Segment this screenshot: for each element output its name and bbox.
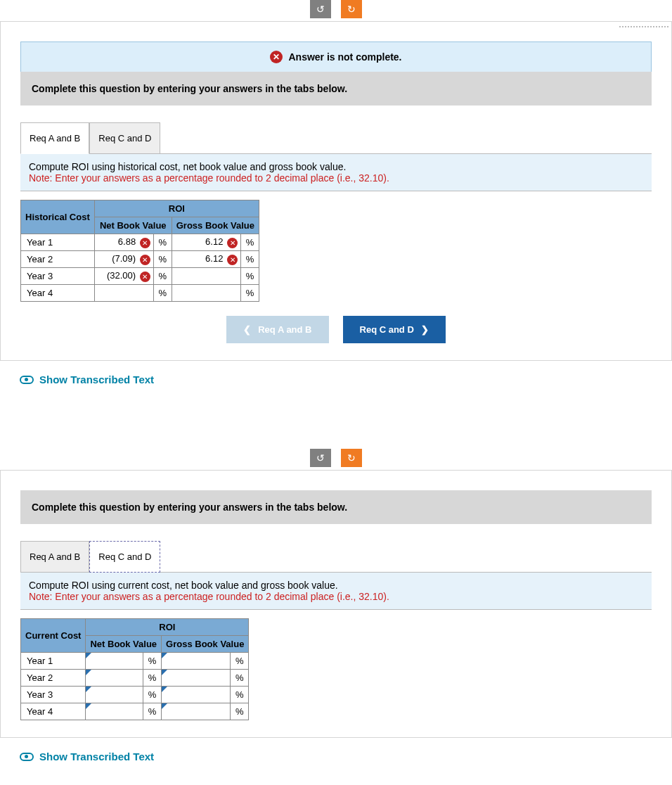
table-row: Year 4 % % xyxy=(21,285,259,302)
pct-label: % xyxy=(241,234,259,251)
instruction-bar: Complete this question by entering your … xyxy=(20,490,652,524)
nbv-cell[interactable]: (32.00) ✕ xyxy=(94,268,153,285)
corner-header: Historical Cost xyxy=(21,200,95,234)
redo-button[interactable]: ↻ xyxy=(341,449,362,467)
table-row: Year 3 % % xyxy=(21,687,249,703)
table-row: Year 2 (7.09) ✕ % 6.12 ✕ % xyxy=(21,251,259,268)
gbv-input[interactable] xyxy=(162,703,231,720)
gbv-input[interactable] xyxy=(162,687,231,703)
pct-label: % xyxy=(231,687,249,703)
pct-label: % xyxy=(231,653,249,670)
nbv-cell[interactable] xyxy=(94,285,153,302)
input-marker-icon xyxy=(162,670,167,675)
prompt-line1: Compute ROI using current cost, net book… xyxy=(29,580,643,591)
gbv-header: Gross Book Value xyxy=(162,636,249,653)
gbv-input[interactable] xyxy=(162,670,231,687)
tabs: Req A and B Req C and D xyxy=(20,122,652,154)
gbv-header: Gross Book Value xyxy=(172,217,259,234)
close-icon: ✕ xyxy=(227,238,238,248)
roi-header: ROI xyxy=(86,619,249,636)
row-label: Year 1 xyxy=(21,653,86,670)
instruction-text: Complete this question by entering your … xyxy=(32,83,347,94)
table-row: Year 4 % % xyxy=(21,703,249,720)
tab-prompt: Compute ROI using current cost, net book… xyxy=(20,572,652,610)
undo-button[interactable]: ↺ xyxy=(310,449,331,467)
pct-label: % xyxy=(143,687,162,703)
close-icon: ✕ xyxy=(270,51,283,63)
tab-req-cd[interactable]: Req C and D xyxy=(89,541,160,573)
show-transcribed-toggle[interactable]: Show Transcribed Text xyxy=(20,751,672,762)
corner-header: Current Cost xyxy=(21,619,86,653)
roi-table-historical: Historical Cost ROI Net Book Value Gross… xyxy=(20,200,259,302)
pct-label: % xyxy=(143,703,162,720)
show-transcribed-toggle[interactable]: Show Transcribed Text xyxy=(20,374,672,385)
table-row: Year 2 % % xyxy=(21,670,249,687)
nav-next-label: Req C and D xyxy=(360,324,414,335)
roi-table-current: Current Cost ROI Net Book Value Gross Bo… xyxy=(20,618,249,720)
nbv-input[interactable] xyxy=(86,703,143,720)
decorative-dots xyxy=(619,26,668,27)
nbv-cell[interactable]: 6.88 ✕ xyxy=(94,234,153,251)
tab-req-cd[interactable]: Req C and D xyxy=(89,122,160,154)
input-marker-icon xyxy=(162,653,167,658)
row-label: Year 1 xyxy=(21,234,95,251)
input-marker-icon xyxy=(162,703,167,709)
roi-header: ROI xyxy=(94,200,259,217)
tab-req-ab[interactable]: Req A and B xyxy=(20,541,89,573)
gbv-input[interactable] xyxy=(162,653,231,670)
row-label: Year 4 xyxy=(21,703,86,720)
close-icon: ✕ xyxy=(227,255,238,265)
question-card-2: Complete this question by entering your … xyxy=(0,470,672,738)
undo-button[interactable]: ↺ xyxy=(310,0,331,18)
eye-icon xyxy=(20,376,34,384)
next-tab-button[interactable]: Req C and D ❯ xyxy=(343,316,446,343)
gbv-cell[interactable] xyxy=(172,285,240,302)
top-action-bar-2: ↺ ↻ xyxy=(0,449,672,467)
row-label: Year 3 xyxy=(21,687,86,703)
close-icon: ✕ xyxy=(140,255,150,265)
status-text: Answer is not complete. xyxy=(288,51,401,63)
gbv-cell[interactable] xyxy=(172,268,240,285)
input-marker-icon xyxy=(86,687,91,692)
tabs: Req A and B Req C and D xyxy=(20,541,652,573)
prev-tab-button: ❮ Req A and B xyxy=(226,316,328,343)
status-banner: ✕ Answer is not complete. xyxy=(20,42,652,72)
pct-label: % xyxy=(153,285,172,302)
redo-button[interactable]: ↻ xyxy=(341,0,362,18)
pct-label: % xyxy=(241,285,259,302)
top-action-bar: ↺ ↻ xyxy=(0,0,672,18)
chevron-left-icon: ❮ xyxy=(243,324,251,335)
prompt-line1: Compute ROI using historical cost, net b… xyxy=(29,161,643,172)
pct-label: % xyxy=(241,251,259,268)
close-icon: ✕ xyxy=(140,238,150,248)
gbv-cell[interactable]: 6.12 ✕ xyxy=(172,234,240,251)
input-marker-icon xyxy=(86,703,91,709)
instruction-bar: Complete this question by entering your … xyxy=(20,72,652,106)
pct-label: % xyxy=(231,703,249,720)
table-row: Year 1 6.88 ✕ % 6.12 ✕ % xyxy=(21,234,259,251)
input-marker-icon xyxy=(86,653,91,658)
pct-label: % xyxy=(143,670,162,687)
tab-req-ab[interactable]: Req A and B xyxy=(20,122,89,154)
table-row: Year 3 (32.00) ✕ % % xyxy=(21,268,259,285)
eye-icon xyxy=(20,753,34,761)
nbv-input[interactable] xyxy=(86,670,143,687)
chevron-right-icon: ❯ xyxy=(421,324,429,335)
close-icon: ✕ xyxy=(140,272,150,282)
pct-label: % xyxy=(153,268,172,285)
show-transcribed-label: Show Transcribed Text xyxy=(39,751,154,762)
nbv-input[interactable] xyxy=(86,653,143,670)
pct-label: % xyxy=(153,234,172,251)
gbv-cell[interactable]: 6.12 ✕ xyxy=(172,251,240,268)
input-marker-icon xyxy=(162,687,167,692)
question-card-1: ✕ Answer is not complete. Complete this … xyxy=(0,21,672,361)
pct-label: % xyxy=(231,670,249,687)
row-label: Year 4 xyxy=(21,285,95,302)
show-transcribed-label: Show Transcribed Text xyxy=(39,374,154,385)
nbv-input[interactable] xyxy=(86,687,143,703)
row-label: Year 3 xyxy=(21,268,95,285)
nav-prev-label: Req A and B xyxy=(258,324,311,335)
tab-prompt: Compute ROI using historical cost, net b… xyxy=(20,153,652,191)
nbv-cell[interactable]: (7.09) ✕ xyxy=(94,251,153,268)
row-label: Year 2 xyxy=(21,251,95,268)
